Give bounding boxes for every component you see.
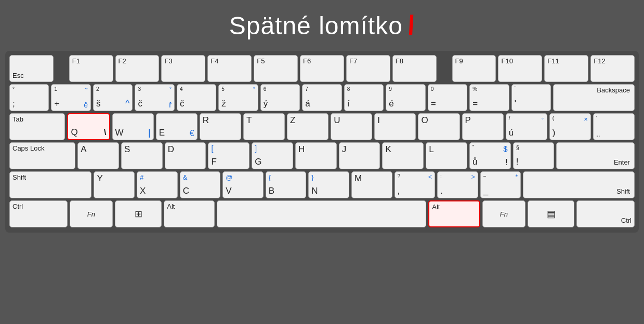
key-x[interactable]: # X — [137, 171, 178, 198]
key-lparen[interactable]: (× ) — [549, 113, 591, 140]
key-space[interactable] — [217, 200, 427, 227]
key-f6[interactable]: F6 — [300, 55, 344, 82]
key-tab[interactable]: Tab — [9, 113, 65, 140]
key-f11[interactable]: F11 — [544, 55, 588, 82]
key-h[interactable]: H — [295, 142, 337, 169]
key-f7[interactable]: F7 — [346, 55, 390, 82]
key-o[interactable]: O — [418, 113, 459, 140]
key-comma[interactable]: ?< , — [395, 171, 436, 198]
key-y[interactable]: Y — [94, 171, 135, 198]
key-v[interactable]: @ V — [222, 171, 264, 198]
key-g[interactable]: ] G — [252, 142, 293, 169]
key-shift-left[interactable]: Shift — [9, 171, 91, 198]
key-6[interactable]: 6 ý — [260, 84, 300, 111]
key-q[interactable]: Q\ — [67, 113, 110, 140]
key-f2[interactable]: F2 — [115, 55, 160, 82]
key-l[interactable]: L — [426, 142, 467, 169]
title-bar: Spätné lomítko\ — [0, 0, 644, 47]
key-d[interactable]: D — [165, 142, 206, 169]
key-f1-label: F1 — [72, 57, 80, 65]
key-5[interactable]: 5° ž — [218, 84, 258, 111]
key-enter[interactable]: Enter — [556, 142, 635, 169]
key-minus[interactable]: −* _ — [480, 171, 521, 198]
key-3[interactable]: 3° čř — [135, 84, 174, 111]
key-win[interactable]: ⊞ — [115, 200, 162, 227]
key-f11-label: F11 — [547, 57, 585, 65]
key-c[interactable]: & C — [180, 171, 221, 198]
key-fn[interactable]: Fn — [70, 200, 113, 227]
key-backspace[interactable]: Backspace — [553, 84, 635, 111]
key-f5[interactable]: F5 — [254, 55, 298, 82]
key-shift-right[interactable]: Shift — [523, 171, 635, 198]
key-f3-label: F3 — [164, 57, 202, 65]
key-ctrl-right[interactable]: Ctrl — [576, 200, 635, 227]
key-f12-label: F12 — [594, 57, 632, 65]
row-qwerty: Tab Q\ W| E€ — [9, 113, 635, 140]
backslash-decoration: \ — [404, 9, 418, 40]
key-menu-icon: ▤ — [547, 208, 556, 220]
key-f9[interactable]: F9 — [452, 55, 496, 82]
key-e[interactable]: E€ — [156, 113, 198, 140]
key-f8-label: F8 — [396, 57, 433, 65]
key-f12[interactable]: F12 — [590, 55, 635, 82]
key-shift-right-label: Shift — [616, 187, 630, 195]
key-ctrl-left[interactable]: Ctrl — [9, 200, 68, 227]
key-uring[interactable]: "$ ů! — [469, 142, 511, 169]
key-f10[interactable]: F10 — [498, 55, 542, 82]
key-p[interactable]: P — [462, 113, 504, 140]
key-9[interactable]: 9 é — [386, 84, 425, 111]
title-text: Spätné lomítko — [229, 12, 403, 39]
key-r[interactable]: R — [200, 113, 241, 140]
key-menu[interactable]: ▤ — [528, 200, 574, 227]
key-altgr[interactable]: Alt — [428, 200, 480, 227]
key-win-icon: ⊞ — [135, 208, 142, 220]
key-f5-label: F5 — [257, 57, 295, 65]
key-2[interactable]: 2 š^ — [93, 84, 133, 111]
key-a[interactable]: A — [77, 142, 119, 169]
key-f4-label: F4 — [211, 57, 248, 65]
key-caron[interactable]: ˇ ' — [511, 84, 551, 111]
key-f7-label: F7 — [349, 57, 387, 65]
key-4[interactable]: 4 č — [177, 84, 216, 111]
key-s[interactable]: S — [121, 142, 163, 169]
key-1[interactable]: 1~ +ě — [51, 84, 90, 111]
key-w[interactable]: W| — [112, 113, 154, 140]
key-t[interactable]: T — [243, 113, 285, 140]
key-capslock[interactable]: Caps Lock — [9, 142, 75, 169]
key-f2-label: F2 — [119, 57, 156, 65]
key-7[interactable]: 7 á — [302, 84, 341, 111]
key-m[interactable]: M — [351, 171, 392, 198]
row-fn: Esc F1 F2 F3 F4 F5 F6 F7 — [9, 55, 635, 82]
key-0[interactable]: 0 = — [428, 84, 467, 111]
fn-row-gap — [56, 55, 67, 82]
key-f1[interactable]: F1 — [69, 55, 113, 82]
key-u[interactable]: U — [331, 113, 372, 140]
key-f8[interactable]: F8 — [392, 55, 437, 82]
key-f4[interactable]: F4 — [207, 55, 252, 82]
key-shift-left-label: Shift — [12, 173, 88, 181]
key-esc[interactable]: Esc — [9, 55, 54, 82]
key-semicolon[interactable]: ° ; — [9, 84, 49, 111]
key-8[interactable]: 8 í — [344, 84, 384, 111]
key-percent[interactable]: % = — [469, 84, 509, 111]
key-period[interactable]: :> . — [437, 171, 478, 198]
key-j[interactable]: J — [339, 142, 380, 169]
key-f3[interactable]: F3 — [161, 55, 205, 82]
key-section[interactable]: § ! — [513, 142, 555, 169]
key-f[interactable]: [ F — [208, 142, 249, 169]
key-altgr-label: Alt — [432, 203, 476, 211]
row-numbers: ° ; 1~ +ě 2 š^ 3° čř 4 č — [9, 84, 635, 111]
key-quote[interactable]: ' .. — [593, 113, 635, 140]
key-tab-label: Tab — [12, 115, 62, 123]
fn-row-gap2 — [439, 55, 450, 82]
key-z[interactable]: Z — [287, 113, 328, 140]
key-i[interactable]: I — [374, 113, 416, 140]
row-bottom: Ctrl Fn ⊞ Alt Alt Fn ▤ — [9, 200, 635, 227]
keyboard: Esc F1 F2 F3 F4 F5 F6 F7 — [5, 51, 639, 233]
key-fn-right[interactable]: Fn — [482, 200, 525, 227]
key-k[interactable]: K — [382, 142, 424, 169]
key-b[interactable]: { B — [266, 171, 307, 198]
key-alt-left[interactable]: Alt — [164, 200, 214, 227]
key-n[interactable]: } N — [308, 171, 349, 198]
key-slash[interactable]: /÷ ú — [506, 113, 547, 140]
